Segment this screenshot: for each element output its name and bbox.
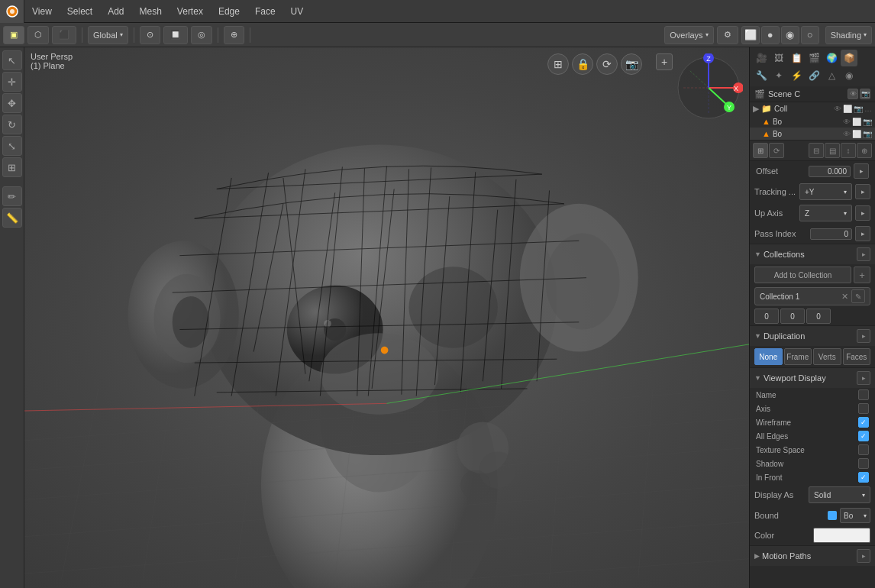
dup-faces-btn[interactable]: Faces [843, 348, 871, 365]
offset-input[interactable] [809, 166, 851, 177]
persp-ortho-btn[interactable]: ⟳ [596, 53, 618, 75]
transform-gizmo[interactable]: ⊕ [224, 26, 244, 44]
motion-paths-header[interactable]: ▶ Motion Paths ▸ [750, 545, 875, 566]
menu-view[interactable]: View [24, 0, 60, 23]
overlays-dropdown[interactable]: Overlays ▾ [664, 26, 713, 44]
snap-toggle[interactable]: 🔲 [163, 26, 188, 44]
vpd-alledges-check[interactable]: ✓ [858, 431, 869, 441]
bo2-eye-icon[interactable]: 👁 [843, 130, 851, 138]
camera-view-btn[interactable]: 📷 [621, 53, 642, 75]
vpd-texspace-check[interactable] [858, 444, 869, 455]
bo1-viewport-icon[interactable]: ⬜ [852, 118, 861, 126]
sub-icon-3[interactable]: ⊟ [809, 143, 824, 158]
display-as-dropdown[interactable]: Solid ▾ [809, 486, 870, 503]
add-collection-plus-btn[interactable]: + [854, 267, 870, 283]
global-dropdown[interactable]: Global ▾ [88, 26, 128, 44]
sub-icon-5[interactable]: ↕ [841, 143, 856, 158]
material-mode[interactable]: ◉ [781, 26, 799, 44]
scene-props-icon[interactable]: 🎬 [806, 50, 822, 66]
data-icon[interactable]: △ [823, 67, 840, 84]
coll-viewport-icon[interactable]: ⬜ [843, 105, 852, 113]
sub-icon-1[interactable]: ⊞ [753, 143, 768, 158]
bound-color-dot[interactable] [828, 511, 837, 520]
menu-edge[interactable]: Edge [211, 0, 247, 23]
constraints-icon[interactable]: 🔗 [806, 67, 822, 84]
world-props-icon[interactable]: 🌍 [823, 50, 840, 66]
modifier-props-icon[interactable]: 🔧 [753, 67, 770, 84]
add-to-collection-btn[interactable]: Add to Collection [754, 267, 851, 283]
duplication-collapse-btn[interactable]: ▸ [857, 329, 870, 343]
object-props-icon[interactable]: 📦 [841, 50, 857, 66]
tracking-tri-btn[interactable]: ▸ [855, 184, 870, 199]
mode-face-select[interactable]: ⬛ [52, 26, 76, 44]
collections-collapse-btn[interactable]: ▸ [857, 247, 870, 261]
render-props-icon[interactable]: 🎥 [753, 50, 770, 66]
rotate-tool[interactable]: ↻ [2, 115, 22, 134]
pass-index-tri-btn[interactable]: ▸ [855, 226, 870, 241]
coll-more-icon[interactable]: … [864, 105, 872, 113]
collection1-remove-btn[interactable]: ✕ [841, 292, 848, 302]
app-logo[interactable] [0, 0, 24, 23]
render-mode[interactable]: ○ [801, 26, 819, 44]
coll-eye-icon[interactable]: 👁 [834, 105, 841, 113]
measure-tool[interactable]: 📏 [2, 208, 22, 228]
coll-num-2[interactable] [780, 309, 805, 324]
offset-tri-btn[interactable]: ▸ [854, 163, 869, 179]
menu-vertex[interactable]: Vertex [170, 0, 211, 23]
mode-edge-select[interactable]: ⬡ [27, 26, 49, 44]
bo1-eye-icon[interactable]: 👁 [843, 118, 851, 126]
viewport-3d[interactable]: User Persp (1) Plane ⊞ 🔒 ⟳ 📷 [24, 47, 749, 588]
bound-dropdown[interactable]: Bo ▾ [840, 508, 870, 523]
lock-view-btn[interactable]: 🔒 [572, 53, 593, 75]
motion-paths-collapse-btn[interactable]: ▸ [857, 549, 870, 563]
coll-num-3[interactable] [806, 309, 831, 324]
dup-none-btn[interactable]: None [754, 348, 783, 365]
menu-face[interactable]: Face [247, 0, 283, 23]
viewport-display-collapse-btn[interactable]: ▸ [857, 371, 870, 385]
annotate-tool[interactable]: ✏ [2, 186, 22, 206]
scene-eye-btn[interactable]: 👁 [848, 89, 858, 99]
vpd-axis-check[interactable] [858, 403, 869, 414]
solid-mode[interactable]: ● [761, 26, 780, 44]
vpd-wireframe-check[interactable]: ✓ [858, 417, 869, 428]
bo2-viewport-icon[interactable]: ⬜ [852, 130, 861, 138]
collections-header[interactable]: ▼ Collections ▸ [750, 244, 875, 264]
menu-mesh[interactable]: Mesh [132, 0, 170, 23]
proportional-edit[interactable]: ⊙ [140, 26, 160, 44]
menu-add[interactable]: Add [100, 0, 131, 23]
scene-render-btn[interactable]: 📷 [860, 89, 870, 99]
bo1-render-icon[interactable]: 📷 [863, 118, 872, 126]
dup-frame-btn[interactable]: Frame [784, 348, 812, 365]
select-tool[interactable]: ↖ [2, 50, 22, 70]
viewport-settings[interactable]: ⚙ [717, 26, 738, 44]
collection1-edit-btn[interactable]: ✎ [851, 289, 865, 303]
view-layer-icon[interactable]: 📋 [788, 50, 805, 66]
menu-uv[interactable]: UV [283, 0, 312, 23]
menu-select[interactable]: Select [60, 0, 100, 23]
transform-tool[interactable]: ⊞ [2, 157, 22, 177]
transform-pivot[interactable]: ◎ [191, 26, 212, 44]
mode-vertex-select[interactable]: ▣ [3, 26, 24, 44]
dup-verts-btn[interactable]: Verts [813, 348, 841, 365]
cursor-tool[interactable]: ✛ [2, 72, 22, 92]
pass-index-input[interactable] [810, 228, 852, 240]
color-swatch[interactable] [813, 528, 870, 543]
shading-dropdown[interactable]: Shading ▾ [825, 26, 872, 44]
viewport-add-btn[interactable]: + [656, 53, 673, 70]
view-menu-btn[interactable]: ⊞ [547, 53, 569, 75]
viewport-display-header[interactable]: ▼ Viewport Display ▸ [750, 367, 875, 388]
vpd-shadow-check[interactable] [858, 458, 869, 469]
duplication-header[interactable]: ▼ Duplication ▸ [750, 325, 875, 346]
tracking-dropdown[interactable]: +Y ▾ [799, 183, 852, 200]
coll-num-1[interactable] [754, 309, 779, 324]
bo2-render-icon[interactable]: 📷 [863, 130, 872, 138]
sub-icon-2[interactable]: ⟳ [769, 143, 784, 158]
up-axis-tri-btn[interactable]: ▸ [855, 205, 870, 221]
physics-icon[interactable]: ⚡ [788, 67, 805, 84]
output-props-icon[interactable]: 🖼 [770, 50, 787, 66]
vpd-infront-check[interactable]: ✓ [858, 472, 869, 483]
scale-tool[interactable]: ⤡ [2, 136, 22, 156]
viewport-gizmo[interactable]: X Y Z [674, 53, 743, 122]
sub-icon-6[interactable]: ⊕ [857, 143, 872, 158]
sub-icon-4[interactable]: ▤ [825, 143, 840, 158]
